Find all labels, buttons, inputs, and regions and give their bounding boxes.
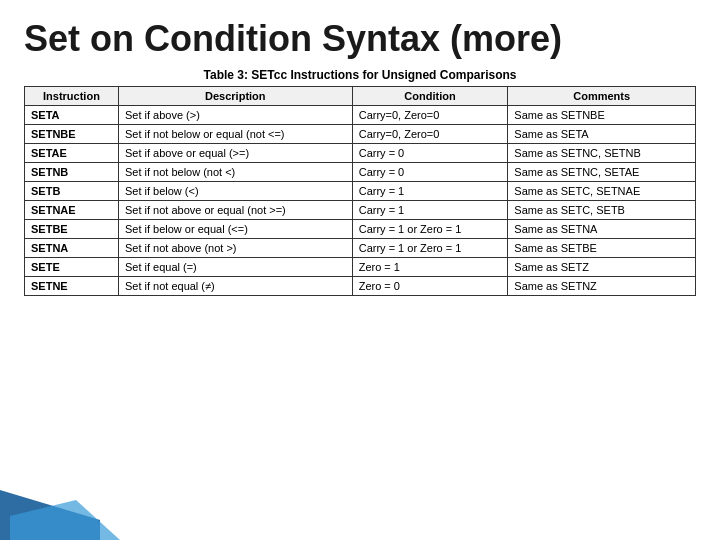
- cell-condition-3: Carry = 0: [352, 163, 508, 182]
- cell-condition-1: Carry=0, Zero=0: [352, 125, 508, 144]
- cell-comments-5: Same as SETC, SETB: [508, 201, 696, 220]
- cell-instruction-3: SETNB: [25, 163, 119, 182]
- col-header-description: Description: [118, 87, 352, 106]
- cell-instruction-4: SETB: [25, 182, 119, 201]
- table-row: SETBESet if below or equal (<=)Carry = 1…: [25, 220, 696, 239]
- table-row: SETNBSet if not below (not <)Carry = 0Sa…: [25, 163, 696, 182]
- cell-comments-2: Same as SETNC, SETNB: [508, 144, 696, 163]
- table-row: SETNASet if not above (not >)Carry = 1 o…: [25, 239, 696, 258]
- cell-condition-2: Carry = 0: [352, 144, 508, 163]
- cell-condition-4: Carry = 1: [352, 182, 508, 201]
- table-row: SETNAESet if not above or equal (not >=)…: [25, 201, 696, 220]
- cell-instruction-7: SETNA: [25, 239, 119, 258]
- cell-description-6: Set if below or equal (<=): [118, 220, 352, 239]
- cell-description-4: Set if below (<): [118, 182, 352, 201]
- cell-comments-8: Same as SETZ: [508, 258, 696, 277]
- table-header-row: Instruction Description Condition Commen…: [25, 87, 696, 106]
- cell-comments-3: Same as SETNC, SETAE: [508, 163, 696, 182]
- table-container: Table 3: SETcc Instructions for Unsigned…: [0, 68, 720, 296]
- table-caption: Table 3: SETcc Instructions for Unsigned…: [24, 68, 696, 82]
- cell-instruction-6: SETBE: [25, 220, 119, 239]
- cell-instruction-9: SETNE: [25, 277, 119, 296]
- cell-description-1: Set if not below or equal (not <=): [118, 125, 352, 144]
- table-row: SETAESet if above or equal (>=)Carry = 0…: [25, 144, 696, 163]
- cell-instruction-1: SETNBE: [25, 125, 119, 144]
- table-row: SETESet if equal (=)Zero = 1Same as SETZ: [25, 258, 696, 277]
- cell-description-7: Set if not above (not >): [118, 239, 352, 258]
- cell-description-0: Set if above (>): [118, 106, 352, 125]
- cell-instruction-2: SETAE: [25, 144, 119, 163]
- cell-comments-1: Same as SETA: [508, 125, 696, 144]
- cell-instruction-8: SETE: [25, 258, 119, 277]
- table-row: SETBSet if below (<)Carry = 1Same as SET…: [25, 182, 696, 201]
- cell-instruction-0: SETA: [25, 106, 119, 125]
- cell-comments-6: Same as SETNA: [508, 220, 696, 239]
- cell-comments-9: Same as SETNZ: [508, 277, 696, 296]
- cell-description-3: Set if not below (not <): [118, 163, 352, 182]
- bottom-decoration: [0, 480, 120, 540]
- col-header-comments: Comments: [508, 87, 696, 106]
- cell-description-9: Set if not equal (≠): [118, 277, 352, 296]
- table-row: SETASet if above (>)Carry=0, Zero=0Same …: [25, 106, 696, 125]
- cell-comments-7: Same as SETBE: [508, 239, 696, 258]
- cell-condition-6: Carry = 1 or Zero = 1: [352, 220, 508, 239]
- cell-condition-5: Carry = 1: [352, 201, 508, 220]
- page-title: Set on Condition Syntax (more): [0, 0, 720, 68]
- table-row: SETNESet if not equal (≠)Zero = 0Same as…: [25, 277, 696, 296]
- table-row: SETNBESet if not below or equal (not <=)…: [25, 125, 696, 144]
- cell-description-2: Set if above or equal (>=): [118, 144, 352, 163]
- cell-instruction-5: SETNAE: [25, 201, 119, 220]
- col-header-condition: Condition: [352, 87, 508, 106]
- cell-description-5: Set if not above or equal (not >=): [118, 201, 352, 220]
- instruction-table: Instruction Description Condition Commen…: [24, 86, 696, 296]
- cell-condition-9: Zero = 0: [352, 277, 508, 296]
- cell-comments-4: Same as SETC, SETNAE: [508, 182, 696, 201]
- cell-condition-8: Zero = 1: [352, 258, 508, 277]
- cell-condition-0: Carry=0, Zero=0: [352, 106, 508, 125]
- cell-condition-7: Carry = 1 or Zero = 1: [352, 239, 508, 258]
- cell-description-8: Set if equal (=): [118, 258, 352, 277]
- col-header-instruction: Instruction: [25, 87, 119, 106]
- cell-comments-0: Same as SETNBE: [508, 106, 696, 125]
